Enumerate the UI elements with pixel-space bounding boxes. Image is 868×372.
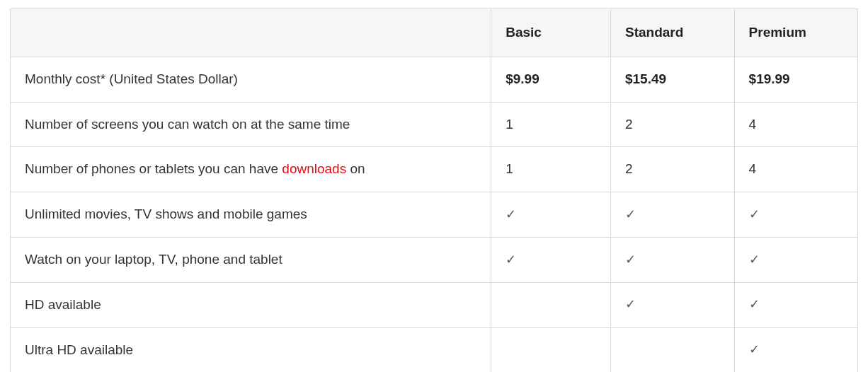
screens-standard: 2 <box>610 102 734 147</box>
table-row: Watch on your laptop, TV, phone and tabl… <box>11 237 858 282</box>
check-icon: ✓ <box>625 252 636 267</box>
downloads-premium: 4 <box>734 147 857 192</box>
downloads-basic: 1 <box>491 147 611 192</box>
feature-unlimited-label: Unlimited movies, TV shows and mobile ga… <box>11 192 491 238</box>
table-row: Unlimited movies, TV shows and mobile ga… <box>11 192 858 238</box>
unlimited-basic: ✓ <box>491 192 611 238</box>
devices-standard: ✓ <box>610 237 734 282</box>
header-plan-premium: Premium <box>734 9 857 57</box>
feature-monthly-cost-label: Monthly cost* (United States Dollar) <box>11 57 491 102</box>
feature-devices-label: Watch on your laptop, TV, phone and tabl… <box>11 237 491 282</box>
check-icon: ✓ <box>749 297 760 311</box>
price-premium: $19.99 <box>734 57 857 102</box>
downloads-standard: 2 <box>610 147 734 192</box>
table-row: Ultra HD available ✓ <box>11 327 858 372</box>
table-row: Number of screens you can watch on at th… <box>11 102 858 147</box>
check-icon: ✓ <box>749 207 760 221</box>
uhd-basic <box>491 327 611 372</box>
hd-premium: ✓ <box>734 282 857 327</box>
downloads-link[interactable]: downloads <box>282 161 346 176</box>
pricing-table: Basic Standard Premium Monthly cost* (Un… <box>10 8 858 372</box>
uhd-premium: ✓ <box>734 327 857 372</box>
feature-uhd-label: Ultra HD available <box>11 327 491 372</box>
check-icon: ✓ <box>749 252 760 267</box>
table-header-row: Basic Standard Premium <box>11 9 858 57</box>
check-icon: ✓ <box>749 342 760 356</box>
downloads-label-post: on <box>346 161 365 176</box>
hd-standard: ✓ <box>610 282 734 327</box>
feature-hd-label: HD available <box>11 282 491 327</box>
feature-screens-label: Number of screens you can watch on at th… <box>11 102 491 147</box>
table-row: HD available ✓ ✓ <box>11 282 858 327</box>
unlimited-standard: ✓ <box>610 192 734 238</box>
screens-premium: 4 <box>734 102 857 147</box>
uhd-standard <box>610 327 734 372</box>
header-feature-blank <box>11 9 491 57</box>
check-icon: ✓ <box>625 297 636 311</box>
check-icon: ✓ <box>506 252 516 267</box>
table-row: Number of phones or tablets you can have… <box>11 147 858 192</box>
devices-premium: ✓ <box>734 237 857 282</box>
check-icon: ✓ <box>625 207 636 221</box>
price-basic: $9.99 <box>491 57 611 102</box>
table-row: Monthly cost* (United States Dollar) $9.… <box>11 57 858 102</box>
check-icon: ✓ <box>506 207 516 221</box>
price-standard: $15.49 <box>610 57 734 102</box>
hd-basic <box>491 282 611 327</box>
header-plan-basic: Basic <box>491 9 611 57</box>
unlimited-premium: ✓ <box>734 192 857 238</box>
devices-basic: ✓ <box>491 237 611 282</box>
downloads-label-pre: Number of phones or tablets you can have <box>25 161 282 176</box>
header-plan-standard: Standard <box>610 9 734 57</box>
screens-basic: 1 <box>491 102 611 147</box>
feature-downloads-label: Number of phones or tablets you can have… <box>11 147 491 192</box>
